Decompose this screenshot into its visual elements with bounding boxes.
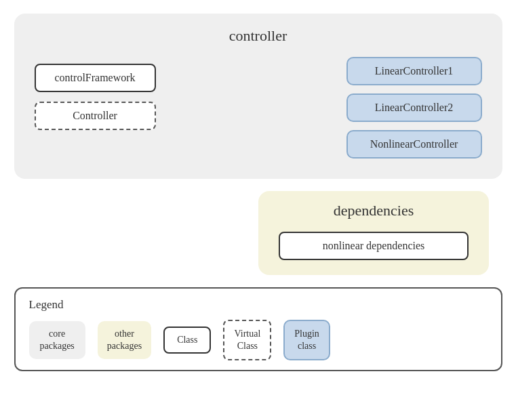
dependencies-title: dependencies — [279, 202, 469, 219]
legend-items: corepackages otherpackages Class Virtual… — [29, 320, 488, 360]
controller-left-col: controlFramework Controller — [35, 57, 156, 130]
legend-virtual-class: VirtualClass — [223, 320, 271, 360]
legend-core-packages: corepackages — [29, 321, 85, 359]
linear-controller2-box: LinearController2 — [346, 93, 482, 122]
legend-other-packages: otherpackages — [98, 321, 151, 359]
legend-title: Legend — [29, 298, 488, 312]
nonlinear-dependencies-box: nonlinear dependencies — [279, 232, 469, 260]
nonlinear-controller-box: NonlinearController — [346, 130, 482, 159]
legend-box: Legend corepackages otherpackages Class … — [14, 287, 502, 371]
legend-plugin-class: Pluginclass — [283, 320, 330, 360]
control-framework-box: controlFramework — [35, 64, 156, 92]
linear-controller1-box: LinearController1 — [346, 57, 482, 85]
dependencies-package: dependencies nonlinear dependencies — [258, 191, 489, 275]
controller-inner: controlFramework Controller LinearContro… — [35, 57, 482, 159]
legend-class: Class — [163, 327, 211, 354]
controller-package: controller controlFramework Controller L… — [14, 14, 502, 179]
controller-right-col: LinearController1 LinearController2 Nonl… — [346, 57, 482, 159]
controller-box: Controller — [35, 102, 156, 130]
controller-title: controller — [35, 27, 482, 45]
